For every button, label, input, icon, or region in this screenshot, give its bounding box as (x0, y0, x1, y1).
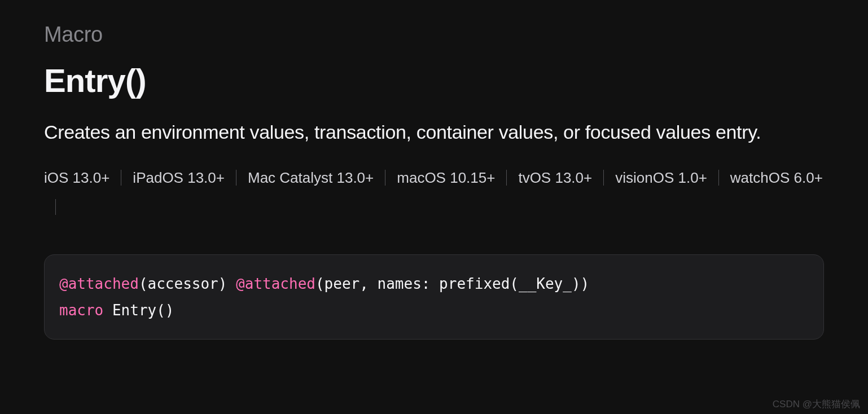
code-keyword: @attached (236, 275, 315, 292)
platform-badge: iOS 13.0+ (44, 169, 109, 187)
code-text: (peer, names: prefixed(__Key_)) (315, 275, 589, 292)
watermark-text: CSDN @大熊猫侯佩 (773, 398, 860, 411)
eyebrow-label: Macro (44, 23, 824, 47)
declaration-code-block: @attached(accessor) @attached(peer, name… (44, 254, 824, 340)
platform-separator (506, 170, 507, 186)
platform-separator (603, 170, 604, 186)
platform-badge: macOS 10.15+ (397, 169, 495, 187)
platform-badge: Mac Catalyst 13.0+ (248, 169, 374, 187)
platform-badge: visionOS 1.0+ (615, 169, 707, 187)
code-keyword: @attached (59, 275, 139, 292)
platform-badge: watchOS 6.0+ (730, 169, 823, 187)
platform-separator (236, 170, 236, 186)
platform-badge: tvOS 13.0+ (518, 169, 592, 187)
code-text: Entry() (103, 302, 174, 319)
platform-separator (385, 170, 385, 186)
platform-separator (121, 170, 121, 186)
code-text: (accessor) (139, 275, 236, 292)
platform-availability-list: iOS 13.0+iPadOS 13.0+Mac Catalyst 13.0+m… (44, 169, 824, 215)
platform-badge: iPadOS 13.0+ (133, 169, 225, 187)
page-title: Entry() (44, 64, 824, 98)
platform-separator (718, 170, 719, 186)
platform-separator (55, 199, 56, 215)
code-keyword: macro (59, 302, 103, 319)
summary-text: Creates an environment values, transacti… (44, 120, 778, 146)
